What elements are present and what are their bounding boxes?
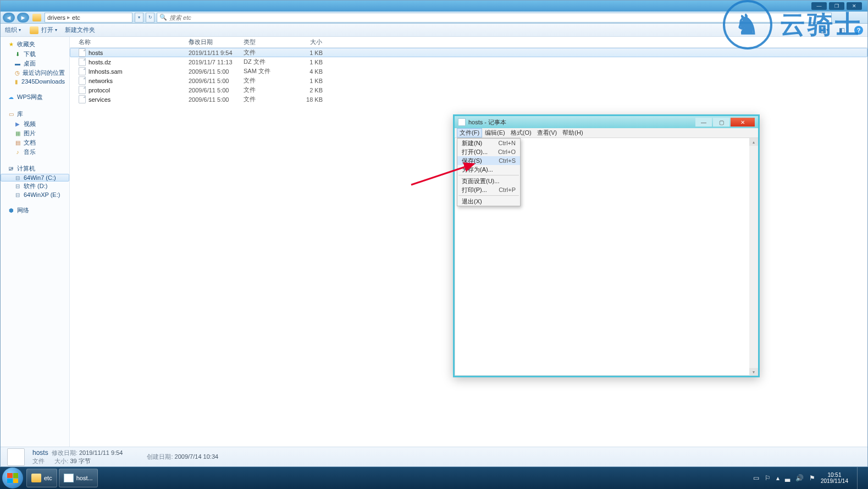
tray-up-icon[interactable]: ▴ [776,474,779,482]
scrollbar[interactable]: ▴ ▾ [749,138,758,376]
tray-flag-icon[interactable]: ⚑ [809,474,815,482]
folder-icon [32,14,41,21]
show-desktop-button[interactable] [857,467,863,489]
sidebar-2345downloads[interactable]: ▮2345Downloads [1,78,69,85]
document-icon: ▤ [14,140,21,146]
sidebar-libraries[interactable]: ▭库 [1,109,69,119]
np-close-button[interactable]: ✕ [731,118,755,127]
col-name[interactable]: 名称 [75,38,185,46]
menu-view[interactable]: 查看(V) [534,128,560,138]
breadcrumb-sep-icon: ▸ [67,14,70,21]
menu-item[interactable]: 页面设置(U)... [457,177,520,185]
menu-item[interactable]: 退出(X) [457,197,520,206]
star-icon: ★ [7,41,15,48]
sidebar-pictures[interactable]: ▦图片 [1,129,69,138]
np-maximize-button[interactable]: ▢ [713,118,729,127]
scroll-down-icon[interactable]: ▾ [749,368,758,376]
menu-item[interactable]: 保存(S)Ctrl+S [457,156,520,165]
music-icon: ♪ [14,149,21,156]
sidebar-network[interactable]: ⬢网络 [1,205,69,216]
file-icon [79,76,86,85]
sidebar-downloads[interactable]: ⬇下载 [1,50,69,59]
sidebar-drive-e[interactable]: ⊟64WinXP (E:) [1,191,69,199]
taskbar-explorer[interactable]: etc [26,469,57,487]
forward-button[interactable]: ► [17,13,29,23]
menu-item[interactable]: 新建(N)Ctrl+N [457,139,520,147]
tray-icon[interactable]: ▭ [753,474,759,482]
file-menu-dropdown: 新建(N)Ctrl+N打开(O)...Ctrl+O保存(S)Ctrl+S另存为(… [457,138,521,206]
sidebar-favorites[interactable]: ★收藏夹 [1,39,69,50]
file-icon [79,67,86,75]
menu-format[interactable]: 格式(O) [508,128,534,138]
col-date[interactable]: 修改日期 [185,38,240,46]
menu-help[interactable]: 帮助(H) [560,128,585,138]
desktop-icon: ▬ [14,61,21,67]
refresh-button[interactable]: ↻ [146,13,154,23]
notepad-icon [458,118,466,126]
computer-icon: 🖳 [7,166,15,172]
sidebar-drive-d[interactable]: ⊟软件 (D:) [1,182,69,191]
sidebar-documents[interactable]: ▤文档 [1,138,69,147]
breadcrumb-part[interactable]: drivers [47,14,65,21]
picture-icon: ▦ [14,130,21,137]
cloud-icon: ☁ [7,94,15,101]
col-size[interactable]: 大小 [293,38,326,46]
drive-icon: ⊟ [14,174,21,181]
address-bar[interactable]: drivers ▸ etc [45,13,132,23]
np-minimize-button[interactable]: — [695,118,712,127]
file-icon [79,48,86,57]
watermark-logo-icon: ♞ [723,0,772,50]
drive-icon: ⊟ [14,191,21,198]
sidebar-computer[interactable]: 🖳计算机 [1,163,69,174]
library-icon: ▭ [7,111,15,118]
file-icon [7,448,25,466]
sidebar-drive-c[interactable]: ⊟64Win7 (C:) [1,174,69,182]
file-icon [79,58,86,66]
notepad-menubar: 文件(F) 编辑(E) 格式(O) 查看(V) 帮助(H) [455,128,758,138]
details-filename: hosts [32,449,48,457]
watermark: ♞ 云骑士 [723,0,863,50]
sort-indicator-icon: ▴ [190,37,192,42]
folder-icon [30,26,38,34]
taskbar-notepad[interactable]: host... [59,469,98,487]
notepad-title: hosts - 记事本 [468,118,506,127]
folder-icon [31,474,41,482]
video-icon: ▶ [14,121,21,128]
file-row[interactable]: lmhosts.sam2009/6/11 5:00SAM 文件4 KB [70,67,867,76]
taskbar: etc host... ▭ ⚐ ▴ ▃ 🔊 ⚑ 10:51 2019/11/14 [0,467,868,489]
sidebar-recent[interactable]: ◷最近访问的位置 [1,68,69,78]
address-dropdown-button[interactable]: ▾ [135,13,143,23]
recent-icon: ◷ [14,70,20,76]
file-row[interactable]: services2009/6/11 5:00文件18 KB [70,95,867,104]
breadcrumb-part[interactable]: etc [72,14,80,21]
organize-button[interactable]: 组织 ▾ [5,26,21,34]
sidebar-wps[interactable]: ☁WPS网盘 [1,92,69,102]
menu-item[interactable]: 另存为(A)... [457,165,520,174]
new-folder-button[interactable]: 新建文件夹 [65,26,95,34]
search-icon: 🔍 [159,14,167,21]
sidebar-videos[interactable]: ▶视频 [1,119,69,129]
menu-edit[interactable]: 编辑(E) [482,128,508,138]
open-button[interactable]: 打开 ▾ [29,26,57,34]
notepad-icon [64,474,74,482]
file-row[interactable]: networks2009/6/11 5:00文件1 KB [70,76,867,85]
download-icon: ⬇ [14,51,21,58]
menu-item[interactable]: 打开(O)...Ctrl+O [457,147,520,156]
file-row[interactable]: protocol2009/6/11 5:00文件2 KB [70,85,867,95]
menu-item[interactable]: 打印(P)...Ctrl+P [457,185,520,194]
sidebar-desktop[interactable]: ▬桌面 [1,59,69,68]
col-type[interactable]: 类型 [240,38,293,46]
tray-volume-icon[interactable]: 🔊 [795,474,804,482]
sidebar-music[interactable]: ♪音乐 [1,147,69,157]
back-button[interactable]: ◄ [3,13,15,23]
system-tray: ▭ ⚐ ▴ ▃ 🔊 ⚑ 10:51 2019/11/14 [753,467,866,489]
scroll-up-icon[interactable]: ▴ [749,138,758,146]
tray-clock[interactable]: 10:51 2019/11/14 [821,472,848,485]
file-icon [79,95,86,103]
menu-file[interactable]: 文件(F) [457,128,482,138]
start-button[interactable] [2,468,23,488]
tray-action-center-icon[interactable]: ⚐ [765,474,771,482]
tray-network-icon[interactable]: ▃ [785,474,790,482]
notepad-titlebar[interactable]: hosts - 记事本 — ▢ ✕ [455,116,758,128]
file-row[interactable]: hosts.dz2019/11/7 11:13DZ 文件1 KB [70,57,867,67]
